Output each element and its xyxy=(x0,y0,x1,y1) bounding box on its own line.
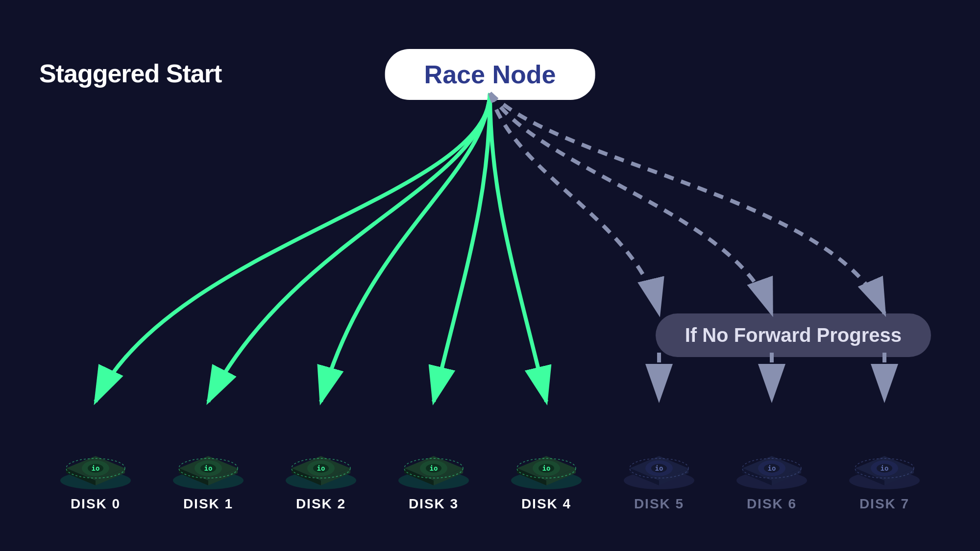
list-item: io DISK 2 xyxy=(272,441,370,512)
list-item: io DISK 5 xyxy=(610,441,708,512)
svg-text:io: io xyxy=(92,464,100,472)
if-no-forward-box: If No Forward Progress xyxy=(656,313,931,357)
list-item: io DISK 0 xyxy=(47,441,145,512)
disk-2-icon: io xyxy=(282,441,360,490)
disk-label: DISK 6 xyxy=(747,496,797,512)
disk-label: DISK 2 xyxy=(296,496,346,512)
svg-text:io: io xyxy=(881,464,889,472)
disk-6-icon: io xyxy=(733,441,811,490)
disk-label: DISK 4 xyxy=(521,496,571,512)
disk-label: DISK 0 xyxy=(71,496,121,512)
list-item: io DISK 3 xyxy=(385,441,483,512)
list-item: io DISK 7 xyxy=(835,441,933,512)
disk-label: DISK 7 xyxy=(859,496,909,512)
disk-label: DISK 3 xyxy=(409,496,459,512)
page-container: Staggered Start Race Node If No Forward … xyxy=(0,0,980,551)
list-item: io DISK 6 xyxy=(723,441,821,512)
race-node-text: Race Node xyxy=(424,60,556,89)
disk-label: DISK 5 xyxy=(634,496,684,512)
svg-text:io: io xyxy=(768,464,776,472)
list-item: io DISK 4 xyxy=(497,441,595,512)
disk-4-icon: io xyxy=(507,441,586,490)
disk-3-icon: io xyxy=(394,441,473,490)
svg-text:io: io xyxy=(655,464,663,472)
svg-text:io: io xyxy=(204,464,213,472)
race-node-box: Race Node xyxy=(385,49,595,100)
staggered-start-label: Staggered Start xyxy=(39,59,221,88)
disks-row: io DISK 0 io DISK 1 xyxy=(0,441,980,512)
svg-text:io: io xyxy=(542,464,551,472)
disk-7-icon: io xyxy=(845,441,924,490)
disk-1-icon: io xyxy=(169,441,247,490)
list-item: io DISK 1 xyxy=(159,441,257,512)
disk-0-icon: io xyxy=(56,441,135,490)
if-no-forward-text: If No Forward Progress xyxy=(685,324,902,346)
svg-text:io: io xyxy=(317,464,325,472)
disk-5-icon: io xyxy=(620,441,698,490)
disk-label: DISK 1 xyxy=(183,496,233,512)
svg-text:io: io xyxy=(430,464,438,472)
